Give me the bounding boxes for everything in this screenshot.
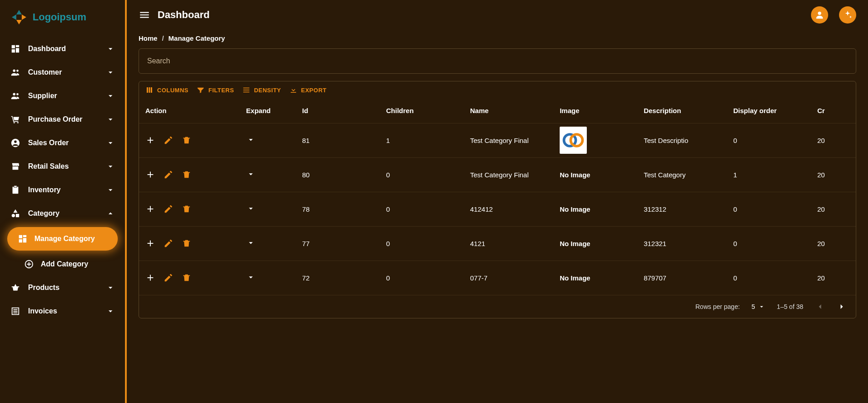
col-created[interactable]: Cr [811,99,856,123]
cell-id: 72 [296,261,380,295]
col-id[interactable]: Id [296,99,380,123]
add-icon[interactable] [145,238,155,248]
rows-per-page-select[interactable]: 5 [752,303,765,310]
cell-description: 312312 [638,192,727,226]
cell-name: 412412 [464,192,553,226]
cell-children: 0 [380,226,464,261]
add-icon[interactable] [145,135,155,145]
col-image[interactable]: Image [553,99,638,123]
sidebar-item-supplier[interactable]: Supplier [0,84,125,108]
add-icon[interactable] [145,204,155,214]
export-button[interactable]: EXPORT [289,86,326,94]
search-container [139,48,856,74]
delete-icon[interactable] [182,170,192,180]
col-description[interactable]: Description [638,99,727,123]
delete-icon[interactable] [182,204,192,214]
sidebar-subitem-add-category[interactable]: Add Category [0,252,125,276]
svg-point-3 [16,93,19,95]
menu-toggle-icon[interactable] [139,9,150,21]
brand-name: Logoipsum [33,11,86,23]
edit-icon[interactable] [163,273,173,283]
sidebar-item-label: Purchase Order [28,115,99,123]
edit-icon[interactable] [163,135,173,145]
breadcrumb: Home / Manage Category [139,34,856,48]
logo-icon [10,8,28,26]
rows-per-page-label: Rows per page: [695,303,740,310]
sidebar-subitem-manage-category[interactable]: Manage Category [7,227,118,251]
delete-icon[interactable] [182,273,192,283]
chevron-down-icon [106,283,115,292]
chevron-down-icon [106,162,115,171]
edit-icon[interactable] [163,238,173,248]
category-thumbnail [560,127,587,154]
col-name[interactable]: Name [464,99,553,123]
cell-description: 879707 [638,261,727,295]
sidebar-item-retail-sales[interactable]: Retail Sales [0,155,125,178]
cell-description: Test Descriptio [638,123,727,157]
cell-image [553,123,638,157]
sidebar-item-inventory[interactable]: Inventory [0,178,125,202]
sparkle-button[interactable] [839,6,856,24]
sidebar-item-products[interactable]: Products [0,276,125,299]
add-icon[interactable] [145,273,155,283]
shapes-icon [10,208,21,219]
table-row: 780412412No Image312312020 [139,192,856,226]
clipboard-icon [10,185,21,195]
cell-created: 20 [811,192,856,226]
columns-icon [145,86,153,94]
sidebar-item-purchase-order[interactable]: Purchase Order [0,108,125,131]
col-children[interactable]: Children [380,99,464,123]
chevron-down-icon [106,68,115,77]
expand-row-icon[interactable] [246,238,256,248]
sidebar-item-label: Sales Order [28,139,99,147]
sidebar: Logoipsum DashboardCustomerSupplierPurch… [0,0,127,403]
list-icon [10,306,21,317]
dashboard-icon [17,233,28,244]
search-input[interactable] [147,57,848,65]
cell-display-order: 0 [727,123,811,157]
cell-created: 20 [811,157,856,192]
sidebar-item-customer[interactable]: Customer [0,61,125,84]
sidebar-item-sales-order[interactable]: Sales Order [0,131,125,155]
expand-row-icon[interactable] [246,273,256,283]
expand-row-icon[interactable] [246,135,256,145]
expand-row-icon[interactable] [246,170,256,180]
sidebar-subitem-label: Manage Category [34,235,95,243]
prev-page-button[interactable] [815,302,825,312]
next-page-button[interactable] [837,302,847,312]
delete-icon[interactable] [182,135,192,145]
density-button[interactable]: DENSITY [242,86,281,94]
table-row: 720077-7No Image879707020 [139,261,856,295]
sidebar-item-invoices[interactable]: Invoices [0,299,125,323]
cell-description: Test Category [638,157,727,192]
no-image-label: No Image [560,274,590,282]
chevron-down-icon [106,44,115,53]
edit-icon[interactable] [163,204,173,214]
dashboard-icon [10,43,21,54]
delete-icon[interactable] [182,238,192,248]
breadcrumb-home-link[interactable]: Home [139,34,158,42]
rows-per-page-value: 5 [752,303,755,310]
cell-display-order: 0 [727,261,811,295]
col-action[interactable]: Action [139,99,240,123]
sidebar-item-category[interactable]: Category [0,202,125,225]
cell-name: Test Category Final [464,157,553,192]
columns-button[interactable]: COLUMNS [145,86,188,94]
profile-button[interactable] [811,6,828,24]
edit-icon[interactable] [163,170,173,180]
filters-button[interactable]: FILTERS [197,86,234,94]
svg-point-7 [14,141,17,143]
density-icon [242,86,250,94]
svg-point-2 [13,93,16,96]
cell-id: 77 [296,226,380,261]
expand-row-icon[interactable] [246,204,256,214]
sidebar-item-label: Products [28,284,99,292]
content-area: Home / Manage Category COLUMNS FILTERS D… [127,30,868,403]
col-display-order[interactable]: Display order [727,99,811,123]
col-expand[interactable]: Expand [240,99,296,123]
sidebar-item-dashboard[interactable]: Dashboard [0,37,125,61]
no-image-label: No Image [560,171,590,179]
pagination: Rows per page: 5 1–5 of 38 [139,295,856,318]
sidebar-item-label: Inventory [28,186,99,194]
add-icon[interactable] [145,170,155,180]
